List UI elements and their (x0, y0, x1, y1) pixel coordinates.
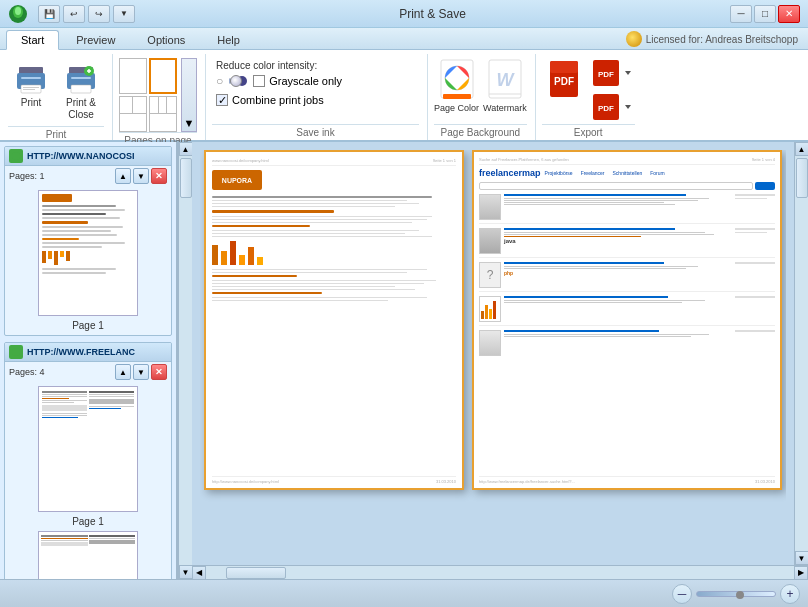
nav-down-btn-1[interactable]: ▼ (133, 168, 149, 184)
t-line-7 (42, 413, 87, 414)
fr3-skill-php: php (504, 270, 513, 276)
preview-scrollbar-h[interactable]: ◀ ▶ (192, 565, 808, 579)
fm-nav-3: Schnittstellen (613, 170, 643, 176)
export-pdf-big-button[interactable]: PDF (542, 58, 586, 98)
svg-point-2 (15, 7, 21, 15)
pages-dropdown-btn[interactable]: ▼ (181, 58, 197, 132)
url-controls-2: Pages: 4 ▲ ▼ ✕ (5, 362, 171, 382)
nav-up-btn-2[interactable]: ▲ (115, 364, 131, 380)
delete-btn-1[interactable]: ✕ (151, 168, 167, 184)
export-pdf-small-btn-2[interactable]: PDF (590, 92, 635, 122)
svg-text:PDF: PDF (554, 76, 574, 87)
t-line-r4 (89, 406, 134, 407)
svg-marker-30 (625, 105, 631, 109)
tab-help[interactable]: Help (202, 30, 255, 49)
line-2 (212, 200, 407, 201)
thumbnail-3-container (5, 531, 171, 579)
delete-btn-2[interactable]: ✕ (151, 364, 167, 380)
fr5-l1 (504, 334, 709, 335)
chart-bar-4 (239, 255, 245, 265)
pages-grid-top (119, 58, 177, 94)
nav-up-btn-1[interactable]: ▲ (115, 168, 131, 184)
licensed-icon (626, 31, 642, 47)
thumb-col-left (42, 390, 87, 419)
fr2-keyword (504, 236, 641, 237)
nav-down-btn-2[interactable]: ▼ (133, 364, 149, 380)
qa-dropdown-btn[interactable]: ▼ (113, 5, 135, 23)
combine-checkbox[interactable]: ✓ (216, 94, 228, 106)
print-close-button[interactable]: Print & Close (58, 58, 104, 126)
svg-rect-23 (550, 61, 578, 73)
preview-scroll-left[interactable]: ◀ (192, 566, 206, 580)
line-7 (212, 222, 412, 223)
save-ink-group: Reduce color intensity: ○ Grayscale only… (208, 54, 428, 140)
scroll-down-btn[interactable]: ▼ (179, 565, 193, 579)
minimize-btn[interactable]: ─ (730, 5, 752, 23)
person-photo-2 (479, 228, 501, 254)
page-option-4[interactable] (149, 96, 177, 132)
fm-result-2: java (479, 228, 775, 258)
maximize-btn[interactable]: □ (754, 5, 776, 23)
preview-scrollbar-v[interactable]: ▲ ▼ (794, 142, 808, 565)
zoom-slider[interactable] (696, 591, 776, 597)
page-option-3[interactable] (119, 96, 147, 132)
save-ink-label: Save ink (212, 124, 419, 140)
fr1-loc (735, 198, 767, 199)
preview-scroll-up[interactable]: ▲ (795, 142, 809, 156)
thumb-bars (42, 251, 134, 265)
t-line-4 (42, 398, 69, 399)
preview-scroll-down[interactable]: ▼ (795, 551, 809, 565)
fr2-price (735, 228, 775, 230)
page-option-selected[interactable] (149, 58, 177, 94)
chart-bar-5 (248, 247, 254, 265)
thumb-content-1 (39, 191, 137, 315)
page-footer-right: http://www.freelancermap.de/freelancer-s… (479, 476, 775, 484)
page-label-1: Page 1 (5, 320, 171, 331)
fm-result-5 (479, 330, 775, 356)
zoom-in-btn[interactable]: + (780, 584, 800, 604)
page-option-1[interactable] (119, 58, 147, 94)
save-qa-btn[interactable]: 💾 (38, 5, 60, 23)
print-button[interactable]: Print (8, 58, 54, 114)
fr3-price (735, 262, 775, 264)
redo-qa-btn[interactable]: ↪ (88, 5, 110, 23)
scroll-thumb[interactable] (180, 158, 192, 198)
fm-nav: Projektbörse Freelancer Schnittstellen F… (545, 170, 665, 176)
grayscale-checkbox[interactable] (253, 75, 265, 87)
fr1-l1 (504, 198, 709, 199)
page-header-right: Suche auf Freelancer-Plattformen, 6 aus … (479, 157, 775, 165)
tab-start[interactable]: Start (6, 30, 59, 50)
fr3-link (504, 262, 664, 264)
left-panel-scrollbar[interactable]: ▲ ▼ (178, 142, 192, 579)
fr1-price (735, 194, 775, 196)
zoom-out-btn[interactable]: ─ (672, 584, 692, 604)
close-btn[interactable]: ✕ (778, 5, 800, 23)
h-scroll-thumb[interactable] (226, 567, 286, 579)
scroll-up-btn[interactable]: ▲ (179, 142, 193, 156)
fr1-meta (735, 194, 775, 220)
page-color-button[interactable]: Page Color (434, 58, 479, 113)
undo-qa-btn[interactable]: ↩ (63, 5, 85, 23)
dropdown-arrow-2 (623, 102, 633, 112)
tab-preview[interactable]: Preview (61, 30, 130, 49)
t-line-8 (42, 415, 87, 416)
preview-scroll-right[interactable]: ▶ (794, 566, 808, 580)
person-photo-1 (479, 194, 501, 220)
fr1-l3 (504, 202, 664, 203)
preview-scroll-thumb[interactable] (796, 158, 808, 198)
watermark-button[interactable]: W Watermark (483, 58, 527, 113)
footer-date-left: 31.03.2010 (436, 479, 456, 484)
ci-bar2 (485, 305, 488, 319)
line-9 (212, 233, 405, 234)
export-pdf-small-btn-1[interactable]: PDF (590, 58, 635, 88)
tab-options[interactable]: Options (132, 30, 200, 49)
color-intensity-slider[interactable] (229, 78, 231, 84)
window-title: Print & Save (399, 7, 466, 21)
bar-2 (48, 251, 52, 259)
t-line-r3 (89, 396, 134, 397)
preview-page-right: Suche auf Freelancer-Plattformen, 6 aus … (472, 150, 782, 490)
ribbon-tabs: Start Preview Options Help Licensed for:… (0, 28, 808, 50)
main-content: HTTP://WWW.NANOCOSI Pages: 1 ▲ ▼ ✕ (0, 142, 808, 579)
page-color-icon (439, 58, 475, 102)
fr4-l1 (504, 300, 705, 301)
